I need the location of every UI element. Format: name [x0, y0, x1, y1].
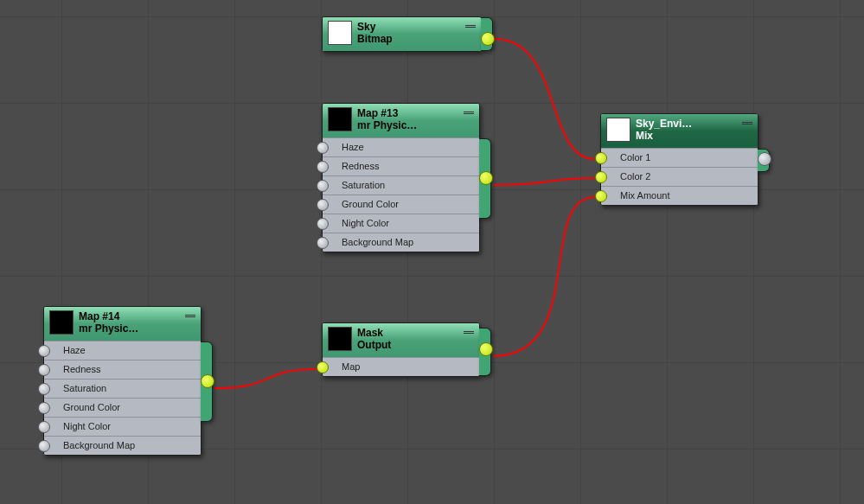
slot-row[interactable]: Background Map — [323, 233, 479, 252]
collapse-icon[interactable] — [464, 329, 474, 335]
input-port[interactable] — [38, 383, 50, 395]
collapse-icon[interactable] — [185, 313, 195, 318]
node-title: Mask — [357, 328, 472, 340]
input-port[interactable] — [595, 152, 607, 164]
output-port[interactable] — [479, 171, 493, 185]
node-title: Map #13 — [357, 108, 472, 120]
input-port[interactable] — [317, 199, 329, 211]
output-port[interactable] — [481, 32, 495, 46]
slot-row[interactable]: Redness — [44, 360, 201, 379]
slot-row[interactable]: Color 1 — [601, 148, 758, 167]
slot-row[interactable]: Background Map — [44, 436, 201, 455]
input-port[interactable] — [317, 218, 329, 230]
slot-label: Saturation — [63, 383, 106, 393]
node-map-14[interactable]: Map #14 mr Physic… HazeRednessSaturation… — [43, 306, 202, 456]
slot-label: Background Map — [63, 440, 135, 450]
slot-row[interactable]: Saturation — [44, 379, 201, 398]
thumbnail-icon — [328, 21, 352, 45]
slot-row[interactable]: Ground Color — [323, 195, 479, 214]
node-header[interactable]: Mask Output — [323, 323, 479, 357]
node-title: Map #14 — [79, 311, 194, 323]
node-subtitle: Output — [357, 340, 472, 352]
input-port[interactable] — [595, 171, 607, 183]
input-port[interactable] — [317, 237, 329, 249]
node-subtitle: mr Physic… — [79, 323, 194, 335]
slot-row[interactable]: Haze — [323, 137, 479, 156]
node-subtitle: mr Physic… — [357, 120, 472, 132]
slot-row[interactable]: Color 2 — [601, 167, 758, 186]
slot-row[interactable]: Night Color — [323, 214, 479, 233]
input-port[interactable] — [38, 440, 50, 452]
thumbnail-icon — [49, 310, 74, 335]
node-mask[interactable]: Mask Output Map — [322, 322, 480, 377]
slot-label: Map — [342, 361, 360, 372]
node-header[interactable]: Sky Bitmap — [323, 17, 481, 51]
output-port[interactable] — [758, 152, 771, 166]
slot-row[interactable]: Haze — [44, 341, 201, 360]
slot-label: Redness — [342, 161, 379, 171]
slot-row[interactable]: Ground Color — [44, 398, 201, 417]
node-header[interactable]: Map #13 mr Physic… — [323, 104, 479, 137]
node-sky-env-mix[interactable]: Sky_Envi… Mix Color 1Color 2Mix Amount — [600, 113, 758, 206]
node-header[interactable]: Map #14 mr Physic… — [44, 307, 201, 341]
slot-label: Night Color — [342, 218, 389, 228]
thumbnail-icon — [328, 327, 352, 351]
slot-row[interactable]: Night Color — [44, 417, 201, 436]
slot-label: Night Color — [63, 421, 111, 431]
slot-label: Haze — [342, 142, 364, 152]
collapse-icon[interactable] — [465, 23, 476, 29]
node-subtitle: Bitmap — [357, 34, 474, 46]
node-header[interactable]: Sky_Envi… Mix — [601, 114, 758, 148]
slot-label: Ground Color — [63, 402, 120, 412]
slot-label: Redness — [63, 364, 100, 374]
slot-label: Saturation — [342, 180, 385, 190]
input-port[interactable] — [317, 180, 329, 192]
node-subtitle: Mix — [636, 131, 751, 143]
slot-label: Color 1 — [620, 152, 650, 163]
slot-row[interactable]: Redness — [323, 156, 479, 175]
input-port[interactable] — [38, 364, 50, 376]
slot-row[interactable]: Map — [323, 357, 479, 376]
thumbnail-icon — [606, 118, 630, 142]
input-port[interactable] — [38, 345, 50, 357]
output-port[interactable] — [201, 374, 214, 388]
node-title: Sky — [357, 22, 474, 34]
slot-label: Color 2 — [620, 171, 650, 182]
slot-label: Ground Color — [342, 199, 399, 209]
slot-row[interactable]: Mix Amount — [601, 186, 758, 205]
collapse-icon[interactable] — [742, 120, 752, 125]
input-port[interactable] — [317, 161, 329, 173]
slot-label: Haze — [63, 345, 86, 355]
input-port[interactable] — [38, 421, 50, 433]
output-port[interactable] — [479, 342, 493, 356]
input-port[interactable] — [317, 142, 329, 154]
thumbnail-icon — [328, 107, 352, 131]
node-title: Sky_Envi… — [636, 118, 751, 131]
input-port[interactable] — [317, 361, 329, 373]
node-map-13[interactable]: Map #13 mr Physic… HazeRednessSaturation… — [322, 103, 480, 252]
slot-row[interactable]: Saturation — [323, 175, 479, 195]
input-port[interactable] — [595, 190, 607, 202]
node-sky-bitmap[interactable]: Sky Bitmap — [322, 16, 482, 52]
slot-label: Background Map — [342, 237, 413, 247]
collapse-icon[interactable] — [464, 110, 474, 115]
input-port[interactable] — [38, 402, 50, 414]
slot-label: Mix Amount — [620, 190, 669, 201]
